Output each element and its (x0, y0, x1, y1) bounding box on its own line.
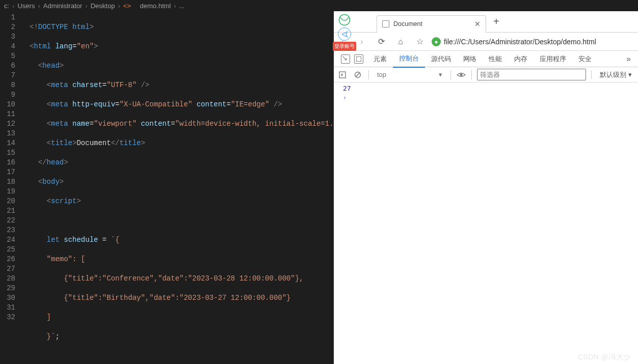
login-badge[interactable]: 登录账号 (333, 42, 356, 51)
svg-point-4 (460, 73, 463, 76)
breadcrumb-item[interactable]: c: (4, 2, 9, 10)
url-text: file:///C:/Users/Administrator/Desktop/d… (444, 38, 596, 46)
breadcrumbs: c: › Users › Administrator › Desktop › <… (0, 0, 638, 11)
forward-button[interactable]: › (354, 34, 369, 49)
tab-console[interactable]: 控制台 (393, 50, 425, 68)
svg-point-0 (339, 14, 350, 25)
document-icon (382, 20, 389, 27)
editor-pane[interactable]: 1234567891011121314151617181920212223242… (0, 11, 334, 364)
breadcrumb-file[interactable]: <> demo.html (123, 2, 171, 10)
reload-button[interactable]: ⟳ (374, 34, 389, 49)
tab-memory[interactable]: 内存 (508, 51, 534, 67)
toggle-drawer-button[interactable] (337, 69, 348, 80)
browser-pane: 登录账号 Document ✕ + ‹ › ⟳ ⌂ ☆ ● file:///C:… (334, 11, 638, 364)
line-number-gutter: 1234567891011121314151617181920212223242… (0, 11, 24, 364)
log-level-selector[interactable]: 默认级别▾ (597, 70, 635, 79)
tab-sources[interactable]: 源代码 (425, 51, 457, 67)
clear-console-button[interactable] (352, 69, 363, 80)
devtools-tabs: 元素 控制台 源代码 网络 性能 内存 应用程序 安全 » (334, 51, 638, 67)
browser-sidebar: 登录账号 (334, 11, 355, 51)
tab-elements[interactable]: 元素 (367, 51, 393, 67)
new-tab-button[interactable]: + (493, 16, 499, 27)
context-selector[interactable]: top▾ (374, 71, 445, 78)
file-origin-icon: ● (432, 37, 441, 46)
filter-input[interactable] (477, 69, 586, 80)
chevron-right-icon: › (12, 2, 14, 10)
breadcrumb-item[interactable]: Users (17, 2, 35, 10)
browser-nav-icon[interactable] (338, 27, 351, 41)
address-bar: ‹ › ⟳ ⌂ ☆ ● file:///C:/Users/Administrat… (334, 33, 638, 51)
breadcrumb-item[interactable]: Desktop (91, 2, 115, 10)
browser-logo-icon[interactable] (338, 13, 351, 26)
tab-title: Document (393, 20, 422, 27)
tab-network[interactable]: 网络 (457, 51, 483, 67)
chevron-down-icon: ▾ (439, 71, 442, 78)
chevron-right-icon: › (118, 2, 120, 10)
chevron-right-icon: › (38, 2, 40, 10)
html-file-icon: <> (123, 2, 131, 10)
chevron-down-icon: ▾ (628, 71, 632, 78)
inspect-icon[interactable] (341, 54, 350, 64)
tab-strip: Document ✕ + (334, 11, 638, 33)
chevron-right-icon: › (85, 2, 87, 10)
home-button[interactable]: ⌂ (393, 34, 408, 49)
tabs-overflow-button[interactable]: » (622, 54, 635, 64)
console-toolbar: top▾ 默认级别▾ (334, 67, 638, 82)
browser-tab[interactable]: Document ✕ (377, 15, 486, 33)
code-content[interactable]: <!DOCTYPE html> <html lang="en"> <head> … (24, 11, 334, 364)
device-toggle-icon[interactable] (354, 54, 363, 64)
breadcrumb-item[interactable]: Administrator (43, 2, 83, 10)
tab-application[interactable]: 应用程序 (534, 51, 572, 67)
breadcrumb-trail[interactable]: ... (179, 2, 185, 10)
favorite-button[interactable]: ☆ (412, 34, 428, 49)
console-prompt[interactable]: › (343, 94, 629, 101)
svg-line-3 (356, 73, 360, 77)
console-log-line: 27 (343, 85, 629, 92)
console-output[interactable]: 27 › (334, 82, 638, 364)
tab-security[interactable]: 安全 (572, 51, 598, 67)
url-input[interactable]: ● file:///C:/Users/Administrator/Desktop… (432, 35, 635, 49)
live-expression-button[interactable] (456, 70, 466, 80)
chevron-right-icon: › (174, 2, 176, 10)
close-tab-icon[interactable]: ✕ (474, 20, 481, 28)
tab-performance[interactable]: 性能 (483, 51, 508, 67)
watermark-text: CSDN @冯大少 (578, 353, 631, 362)
